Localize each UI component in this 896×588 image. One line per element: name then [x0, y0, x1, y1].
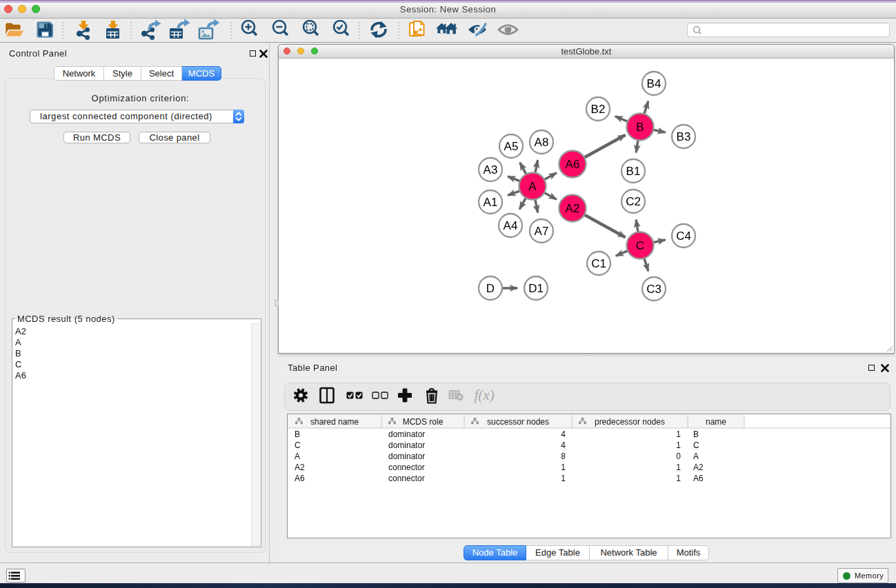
svg-text:dominator: dominator — [388, 440, 425, 450]
svg-text:A6: A6 — [693, 474, 704, 483]
svg-text:1: 1 — [676, 429, 681, 439]
svg-text:A5: A5 — [504, 140, 519, 153]
svg-text:A8: A8 — [535, 136, 549, 149]
svg-text:C3: C3 — [646, 283, 661, 296]
svg-text:connector: connector — [388, 463, 425, 472]
svg-text:A2: A2 — [566, 202, 580, 215]
svg-text:1: 1 — [561, 474, 566, 483]
svg-text:8: 8 — [561, 452, 566, 461]
svg-text:D: D — [486, 282, 495, 295]
svg-text:C: C — [636, 239, 644, 252]
svg-text:C2: C2 — [626, 195, 641, 208]
svg-text:A6: A6 — [295, 474, 305, 483]
svg-text:C4: C4 — [676, 230, 691, 243]
svg-text:B3: B3 — [677, 130, 691, 143]
svg-text:B1: B1 — [626, 165, 641, 178]
svg-text:B: B — [693, 429, 699, 439]
svg-text:connector: connector — [388, 474, 425, 483]
svg-text:1: 1 — [676, 474, 681, 483]
svg-text:f(x): f(x) — [475, 387, 495, 403]
svg-text:1: 1 — [561, 463, 566, 472]
svg-text:A: A — [295, 452, 300, 461]
svg-text:A2: A2 — [693, 463, 704, 472]
svg-text:B2: B2 — [591, 103, 606, 116]
svg-text:C: C — [295, 440, 301, 450]
svg-text:predecessor nodes: predecessor nodes — [595, 417, 665, 427]
svg-text:shared name: shared name — [310, 417, 359, 427]
svg-text:B4: B4 — [647, 77, 661, 90]
svg-text:A6: A6 — [566, 158, 580, 171]
svg-text:B: B — [636, 121, 644, 134]
svg-text:B: B — [295, 429, 300, 439]
svg-text:0: 0 — [676, 452, 681, 461]
svg-text:A2: A2 — [295, 463, 305, 472]
svg-text:A7: A7 — [535, 225, 549, 238]
svg-text:MCDS role: MCDS role — [403, 417, 444, 427]
svg-text:name: name — [706, 417, 726, 427]
svg-text:A1: A1 — [484, 196, 498, 209]
svg-text:successor nodes: successor nodes — [487, 417, 549, 427]
svg-text:4: 4 — [561, 429, 566, 439]
svg-text:A3: A3 — [484, 163, 498, 176]
svg-text:A: A — [693, 452, 699, 461]
svg-text:dominator: dominator — [388, 429, 425, 439]
svg-text:1: 1 — [676, 463, 681, 472]
svg-text:D1: D1 — [528, 282, 544, 295]
svg-text:4: 4 — [561, 440, 566, 450]
svg-text:1: 1 — [676, 440, 681, 450]
svg-text:C: C — [693, 440, 699, 450]
svg-text:C1: C1 — [591, 257, 606, 270]
svg-text:A4: A4 — [504, 219, 518, 232]
svg-text:dominator: dominator — [388, 452, 425, 461]
svg-text:A: A — [528, 180, 537, 193]
